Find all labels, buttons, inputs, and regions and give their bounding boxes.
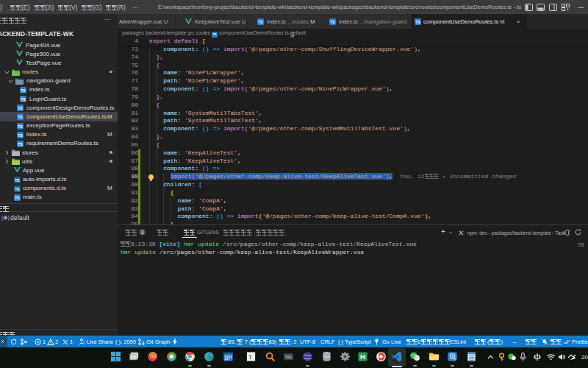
svg-text:H: H — [360, 353, 365, 361]
svg-text:T: T — [248, 353, 252, 361]
svg-text:SIG: SIG — [285, 355, 292, 359]
